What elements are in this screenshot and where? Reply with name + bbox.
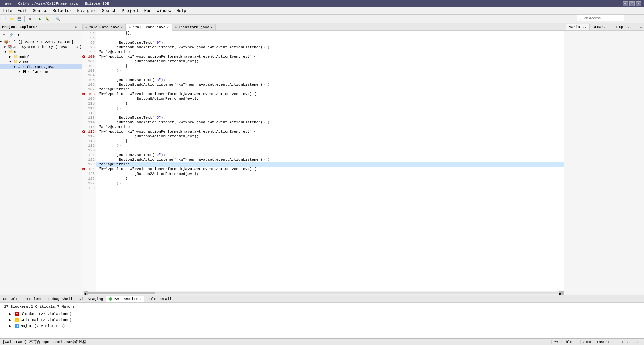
- code-line-115[interactable]: "an">@Override: [96, 125, 564, 129]
- collapse-all-button[interactable]: ⊟: [1, 31, 7, 38]
- expand-icon[interactable]: ▶: [9, 312, 13, 316]
- pe-menu-button[interactable]: ▼: [15, 31, 22, 38]
- close-button[interactable]: ✕: [636, 1, 641, 6]
- code-line-122[interactable]: jButton2.addActionListener("kw">new java…: [96, 157, 564, 162]
- tab-close-button[interactable]: ✕: [167, 25, 169, 29]
- code-line-113[interactable]: jButton5.setText("5");: [96, 115, 564, 120]
- menu-item-refactor[interactable]: Refactor: [50, 7, 75, 14]
- debug-button[interactable]: 🐛: [44, 16, 51, 22]
- code-line-103[interactable]: });: [96, 68, 564, 73]
- bottom-tab-close-button[interactable]: ✕: [140, 297, 141, 301]
- code-line-118[interactable]: }: [96, 139, 564, 143]
- code-line-124[interactable]: "kw">public "kw">void actionPerformed(ja…: [96, 167, 564, 171]
- line-number-102: 102: [82, 64, 96, 68]
- code-area[interactable]: 9596979899●100101102103104105106107●1081…: [82, 31, 564, 291]
- editor-tab-transform[interactable]: ☕Transform.java✕: [172, 24, 216, 30]
- code-line-117[interactable]: jButton5ActionPerformed(evt);: [96, 134, 564, 139]
- menu-item-search[interactable]: Search: [99, 7, 119, 14]
- violation-group-critical[interactable]: ▶⚠Critical (2 Violations): [3, 317, 641, 323]
- code-line-98[interactable]: jButton0.addActionListener("kw">new java…: [96, 45, 564, 50]
- bottom-tab-problems[interactable]: Problems: [21, 296, 45, 302]
- save-button[interactable]: 💾: [16, 16, 23, 22]
- code-line-106[interactable]: jButton8.addActionListener("kw">new java…: [96, 82, 564, 87]
- tree-item-src[interactable]: ▼📁src: [0, 49, 82, 54]
- code-line-112[interactable]: [96, 111, 564, 115]
- menu-item-help[interactable]: Help: [174, 7, 189, 14]
- expressions-tab[interactable]: Expre...: [613, 24, 637, 30]
- bottom-tab-git[interactable]: Git Staging: [76, 296, 106, 302]
- bottom-tab-console[interactable]: Console: [0, 296, 21, 302]
- code-line-101[interactable]: jButton0ActionPerformed(evt);: [96, 59, 564, 64]
- code-line-97[interactable]: jButton0.setText("0");: [96, 40, 564, 45]
- tree-item-model[interactable]: ▶📁model: [0, 54, 82, 59]
- quick-access-input[interactable]: [577, 15, 624, 21]
- link-editor-button[interactable]: 🔗: [8, 31, 15, 38]
- open-button[interactable]: 📁: [9, 16, 15, 22]
- bottom-tab-debug[interactable]: Debug Shell: [45, 296, 76, 302]
- tree-item-jre[interactable]: ▶📚JRE System Library [JavaSE-1.8]: [0, 44, 82, 49]
- expand-icon[interactable]: ▶: [9, 318, 13, 322]
- menu-item-file[interactable]: File: [0, 7, 15, 14]
- tree-item-view[interactable]: ▼📁view: [0, 59, 82, 64]
- breakpoints-tab[interactable]: Break...: [590, 24, 613, 30]
- code-line-121[interactable]: jButton2.setText("2");: [96, 153, 564, 157]
- maximize-panel-button[interactable]: □: [73, 24, 80, 30]
- scroll-right-button[interactable]: ▶: [559, 291, 564, 295]
- maximize-button[interactable]: □: [629, 1, 635, 6]
- minimize-button[interactable]: —: [623, 1, 628, 6]
- new-file-button[interactable]: 📄: [1, 16, 8, 22]
- scroll-left-button[interactable]: ◀: [84, 291, 88, 295]
- tree-item-cal[interactable]: ▼📦Cal [java201721123017 master]: [0, 39, 82, 44]
- code-line-100[interactable]: "kw">public "kw">void actionPerformed(ja…: [96, 54, 564, 59]
- menu-item-window[interactable]: Window: [154, 7, 174, 14]
- code-line-111[interactable]: });: [96, 106, 564, 111]
- run-button[interactable]: ▶: [37, 16, 44, 22]
- code-line-107[interactable]: "an">@Override: [96, 87, 564, 92]
- editor-tab-caljframe[interactable]: ☕*CalJFrame.java✕: [126, 24, 172, 31]
- menu-item-source[interactable]: Source: [30, 7, 50, 14]
- code-line-119[interactable]: });: [96, 143, 564, 148]
- rp-maximize-button[interactable]: □: [640, 24, 642, 30]
- code-line-116[interactable]: "kw">public "kw">void actionPerformed(ja…: [96, 129, 564, 134]
- code-line-126[interactable]: }: [96, 176, 564, 181]
- menu-item-edit[interactable]: Edit: [15, 7, 30, 14]
- violation-group-major[interactable]: ▶ℹMajor (7 Violations): [3, 323, 641, 329]
- rp-minimize-button[interactable]: —: [637, 24, 640, 30]
- code-line-125[interactable]: jButton2ActionPerformed(evt);: [96, 171, 564, 176]
- tree-item-caljframe[interactable]: ▶☕CalJFrame.java: [0, 64, 82, 69]
- code-line-104[interactable]: [96, 73, 564, 78]
- code-line-102[interactable]: }: [96, 64, 564, 68]
- minimize-panel-button[interactable]: —: [66, 24, 73, 30]
- scrollbar-thumb[interactable]: [88, 292, 155, 294]
- menu-item-project[interactable]: Project: [119, 7, 141, 14]
- editor-tab-calc[interactable]: ☕Calculate.java✕: [82, 24, 126, 30]
- code-line-99[interactable]: "an">@Override: [96, 50, 564, 54]
- variables-tab[interactable]: Varia...: [566, 24, 590, 30]
- code-line-127[interactable]: });: [96, 181, 564, 186]
- code-line-120[interactable]: [96, 148, 564, 153]
- search-button[interactable]: 🔍: [55, 16, 61, 22]
- menu-item-navigate[interactable]: Navigate: [74, 7, 99, 14]
- menu-item-run[interactable]: Run: [142, 7, 154, 14]
- code-line-95[interactable]: });: [96, 31, 564, 36]
- bottom-tab-rule[interactable]: Rule Detail: [144, 296, 175, 302]
- tab-close-button[interactable]: ✕: [211, 25, 213, 29]
- print-button[interactable]: 🖨: [26, 16, 33, 22]
- code-line-110[interactable]: }: [96, 101, 564, 106]
- expand-icon[interactable]: ▶: [9, 324, 13, 328]
- code-line-128[interactable]: [96, 186, 564, 190]
- scrollbar-track[interactable]: [88, 292, 559, 294]
- code-line-114[interactable]: jButton5.addActionListener("kw">new java…: [96, 120, 564, 125]
- code-line-109[interactable]: jButton8ActionPerformed(evt);: [96, 96, 564, 101]
- tree-item-caljframe2[interactable]: ▶🅒CalJFrame: [0, 69, 82, 74]
- code-line-96[interactable]: [96, 36, 564, 40]
- code-line-108[interactable]: "kw">public "kw">void actionPerformed(ja…: [96, 92, 564, 96]
- horizontal-scrollbar[interactable]: ◀ ▶: [82, 291, 564, 295]
- code-content[interactable]: }); jButton0.setText("0"); jButton0.addA…: [96, 31, 564, 291]
- tab-close-button[interactable]: ✕: [121, 25, 123, 29]
- bottom-tab-p3c[interactable]: P3C Results ✕: [106, 296, 144, 302]
- violation-group-blocker[interactable]: ▶●Blocker (27 Violations): [3, 311, 641, 317]
- code-line-105[interactable]: jButton8.setText("8");: [96, 78, 564, 82]
- code-line-123[interactable]: "an">@Override: [96, 162, 564, 167]
- title-buttons: — □ ✕: [623, 1, 641, 6]
